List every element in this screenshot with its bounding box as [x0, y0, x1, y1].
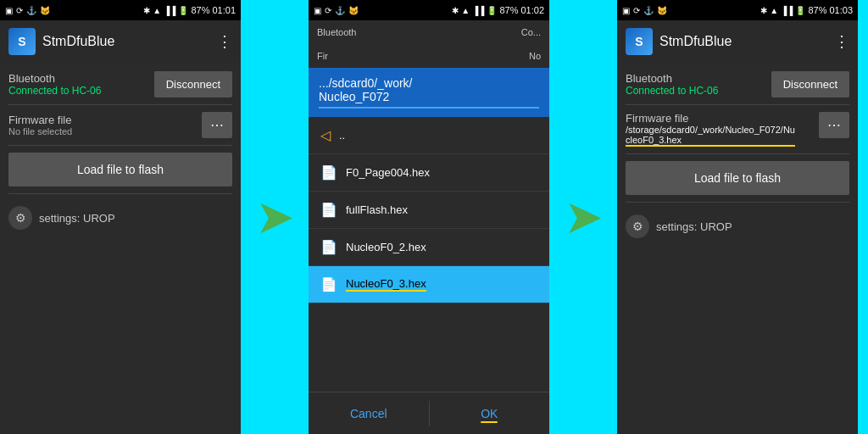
status-icons-right-3: ✱ ▲ ▐▐ 🔋 87% 01:03 [760, 5, 853, 15]
usb-icon-2: ⚓ [335, 6, 345, 15]
bluetooth-section-1: Bluetooth Connected to HC-06 Disconnect [8, 71, 232, 97]
picker-path-1: .../sdcard0/_work/ [319, 76, 539, 90]
partial-firmware-text: Fir [317, 51, 416, 61]
divider-3c [626, 202, 849, 203]
ok-button-picker[interactable]: OK [430, 392, 550, 434]
settings-icon-1: ⚙ [8, 206, 32, 230]
file-icon-3: 📄 [320, 239, 337, 255]
sync-icon-2: ⟳ [325, 6, 331, 15]
firmware-value-3: /storage/sdcard0/_work/Nucleo_F072/Nucle… [626, 125, 795, 147]
firmware-browse-button-3[interactable]: ⋯ [819, 112, 849, 138]
status-icons-left: ▣ ⟳ ⚓ 🐱 [5, 6, 50, 15]
battery-icon-2: 🔋 [487, 6, 497, 15]
firmware-browse-button-1[interactable]: ⋯ [202, 112, 232, 138]
picker-item-name-fullflash: fullFlash.hex [346, 203, 408, 216]
picker-item-f0page[interactable]: 📄 F0_Page004.hex [309, 154, 549, 192]
bluetooth-info-3: Bluetooth Connected to HC-06 [626, 72, 718, 97]
firmware-label-1: Firmware file [8, 114, 197, 126]
picker-path-2: Nucleo_F072 [319, 90, 539, 103]
phone-panel-1: ▣ ⟳ ⚓ 🐱 ✱ ▲ ▐▐ 🔋 87% 01:01 S StmDfuBlue … [0, 0, 241, 434]
divider-1c [8, 193, 232, 194]
phone-panel-3: ▣ ⟳ ⚓ 🐱 ✱ ▲ ▐▐ 🔋 87% 01:03 S StmDfuBlue … [617, 0, 858, 434]
picker-item-parent[interactable]: ◁ .. [309, 117, 549, 154]
status-bar-2: ▣ ⟳ ⚓ 🐱 ✱ ▲ ▐▐ 🔋 87% 01:02 [309, 0, 549, 20]
bluetooth-status-3: Connected to HC-06 [626, 85, 718, 97]
disconnect-button-3[interactable]: Disconnect [771, 71, 849, 97]
battery-icon: 🔋 [178, 6, 188, 15]
picker-item-name-f0page: F0_Page004.hex [346, 166, 430, 179]
menu-dots-1[interactable]: ⋮ [217, 32, 232, 51]
usb-icon: ⚓ [26, 6, 36, 15]
cancel-button-picker[interactable]: Cancel [309, 392, 429, 434]
file-icon-2: 📄 [320, 202, 337, 218]
firmware-info-3: Firmware file /storage/sdcard0/_work/Nuc… [626, 112, 814, 147]
wifi-icon-3: ▲ [770, 6, 778, 15]
partial-bluetooth-text: Bluetooth [317, 27, 426, 37]
battery-percent-3: 87% [808, 5, 826, 15]
wifi-icon: ▲ [153, 6, 161, 15]
picker-item-name-nucleo2: NucleoF0_2.hex [346, 241, 426, 253]
cat-icon: 🐱 [40, 6, 50, 15]
arrow-icon-1: ➤ [255, 193, 295, 241]
bluetooth-label-3: Bluetooth [626, 72, 718, 85]
status-bar-1: ▣ ⟳ ⚓ 🐱 ✱ ▲ ▐▐ 🔋 87% 01:01 [0, 0, 241, 20]
sync-icon: ⟳ [16, 6, 23, 15]
app-icon-1: S [8, 28, 36, 55]
signal-icon: ▐▐ [164, 6, 175, 15]
picker-footer: Cancel OK [309, 392, 549, 434]
bluetooth-status-icon-3: ✱ [760, 6, 767, 15]
bluetooth-info-1: Bluetooth Connected to HC-06 [8, 72, 101, 97]
picker-item-name-parent: .. [339, 129, 345, 142]
picker-item-name-nucleo3: NucleoF0_3.hex [346, 277, 426, 292]
file-icon-4: 📄 [320, 276, 337, 292]
app-content-1: Bluetooth Connected to HC-06 Disconnect … [0, 63, 241, 434]
app-bar-3: S StmDfuBlue ⋮ [617, 20, 858, 63]
load-flash-button-3[interactable]: Load file to flash [626, 161, 849, 195]
firmware-value-1: No file selected [8, 126, 178, 136]
partial-row-firmware: Fir No [309, 44, 549, 68]
picker-item-fullflash[interactable]: 📄 fullFlash.hex [309, 192, 549, 229]
usb-icon-3: ⚓ [643, 6, 654, 15]
file-icon-1: 📄 [320, 164, 337, 181]
status-icons-right-2: ✱ ▲ ▐▐ 🔋 87% 01:02 [452, 5, 544, 15]
picker-item-nucleo3[interactable]: 📄 NucleoF0_3.hex [309, 266, 549, 303]
arrow-icon-2: ➤ [564, 193, 604, 241]
cat-icon-3: 🐱 [657, 6, 667, 15]
status-icons-left-3: ▣ ⟳ ⚓ 🐱 [622, 6, 667, 15]
sync-icon-3: ⟳ [633, 6, 640, 15]
divider-3a [626, 104, 849, 105]
partial-co-text: Co... [521, 27, 541, 37]
status-icons-left-2: ▣ ⟳ ⚓ 🐱 [314, 6, 359, 15]
status-bar-3: ▣ ⟳ ⚓ 🐱 ✱ ▲ ▐▐ 🔋 87% 01:03 [617, 0, 858, 20]
ok-label: OK [481, 407, 498, 420]
android-icon-2: ▣ [314, 6, 321, 15]
time-2: 01:02 [520, 5, 544, 15]
folder-up-icon: ◁ [320, 127, 331, 143]
divider-1a [8, 104, 232, 105]
bluetooth-section-3: Bluetooth Connected to HC-06 Disconnect [626, 71, 849, 97]
wifi-icon-2: ▲ [461, 6, 470, 15]
settings-label-3: settings: UROP [656, 220, 732, 233]
cat-icon-2: 🐱 [348, 6, 359, 15]
partial-row-bluetooth: Bluetooth Co... [309, 20, 549, 44]
settings-label-1: settings: UROP [39, 212, 115, 225]
disconnect-button-1[interactable]: Disconnect [154, 71, 232, 97]
picker-underline [319, 107, 539, 108]
phone-panel-2: ▣ ⟳ ⚓ 🐱 ✱ ▲ ▐▐ 🔋 87% 01:02 Bluetooth Co.… [309, 0, 549, 434]
divider-3b [626, 153, 849, 154]
signal-icon-2: ▐▐ [472, 6, 484, 15]
android-icon-3: ▣ [622, 6, 630, 15]
signal-icon-3: ▐▐ [781, 6, 793, 15]
android-icon: ▣ [5, 6, 13, 15]
firmware-section-3: Firmware file /storage/sdcard0/_work/Nuc… [626, 112, 849, 147]
battery-percent-1: 87% [191, 5, 209, 15]
picker-item-nucleo2[interactable]: 📄 NucleoF0_2.hex [309, 229, 549, 266]
firmware-section-1: Firmware file No file selected ⋯ [8, 112, 232, 138]
settings-row-3: ⚙ settings: UROP [626, 209, 849, 243]
battery-icon-3: 🔋 [795, 6, 805, 15]
divider-1b [8, 145, 232, 146]
menu-dots-3[interactable]: ⋮ [834, 32, 849, 51]
picker-content: ◁ .. 📄 F0_Page004.hex 📄 fullFlash.hex 📄 … [309, 117, 549, 392]
firmware-label-3: Firmware file [626, 112, 814, 125]
load-flash-button-1[interactable]: Load file to flash [8, 153, 232, 186]
